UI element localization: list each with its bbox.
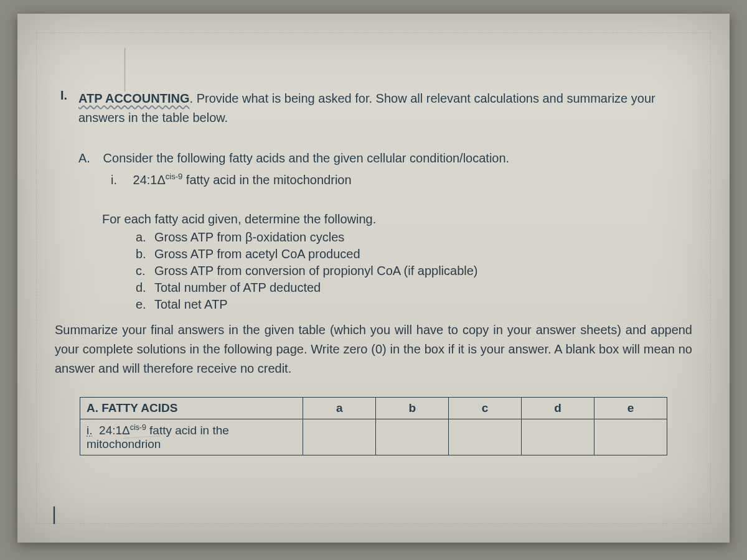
- fa-tail: fatty acid in the mitochondrion: [182, 173, 351, 187]
- cell-b: [376, 419, 449, 455]
- label-c: c.: [136, 264, 154, 278]
- cell-c: [449, 419, 522, 455]
- col-d: d: [522, 397, 594, 419]
- cell-e: [594, 419, 667, 455]
- text-b: Gross ATP from acetyl CoA produced: [154, 247, 360, 261]
- text-cursor: [54, 506, 55, 524]
- foreach-intro: For each fatty acid given, determine the…: [102, 212, 705, 226]
- document-page: I. ATP ACCOUNTING. Provide what is being…: [17, 14, 730, 543]
- fa-base: 24:1Δ: [133, 173, 166, 187]
- item-a: a.Gross ATP from β-oxidation cycles: [136, 230, 705, 245]
- item-d: d.Total number of ATP deducted: [136, 281, 705, 295]
- item-b: b.Gross ATP from acetyl CoA produced: [136, 247, 705, 261]
- row-i-marker: i.: [87, 424, 93, 437]
- roman-numeral: I.: [42, 88, 67, 108]
- header-fatty-acids: A. FATTY ACIDS: [80, 397, 303, 419]
- item-A-i: i. 24:1Δcis-9 fatty acid in the mitochon…: [111, 172, 705, 187]
- heading-line2: answers in the table below.: [78, 111, 705, 125]
- heading-rest: . Provide what is being asked for. Show …: [190, 91, 655, 105]
- label-e: e.: [136, 297, 154, 312]
- cell-a: [303, 419, 376, 455]
- summary-paragraph: Summarize your final answers in the give…: [55, 320, 692, 378]
- label-d: d.: [136, 281, 154, 295]
- text-c: Gross ATP from conversion of propionyl C…: [154, 264, 478, 278]
- label-A-i: i.: [111, 173, 129, 187]
- item-e: e.Total net ATP: [136, 297, 705, 312]
- fa-superscript: cis-9: [166, 172, 182, 181]
- answer-table: A. FATTY ACIDS a b c d e i. 24:1Δcis-9 f…: [80, 397, 667, 455]
- cell-d: [522, 419, 594, 455]
- label-a: a.: [136, 230, 154, 245]
- col-c: c: [449, 397, 522, 419]
- text-A: Consider the following fatty acids and t…: [103, 151, 510, 165]
- text-e: Total net ATP: [154, 297, 227, 311]
- col-a: a: [303, 397, 376, 419]
- text-d: Total number of ATP deducted: [154, 281, 321, 294]
- heading-text: ATP ACCOUNTING. Provide what is being as…: [78, 88, 655, 108]
- col-e: e: [594, 397, 667, 419]
- fatty-acid-notation: 24:1Δcis-9 fatty acid in the mitochondri…: [133, 173, 352, 187]
- row-i-label: i. 24:1Δcis-9 fatty acid in the mitochon…: [80, 419, 303, 455]
- col-b: b: [376, 397, 449, 419]
- table-row: i. 24:1Δcis-9 fatty acid in the mitochon…: [80, 419, 667, 455]
- item-c: c.Gross ATP from conversion of propionyl…: [136, 264, 705, 278]
- text-a: Gross ATP from β-oxidation cycles: [154, 230, 344, 244]
- label-A: A.: [78, 151, 100, 166]
- label-b: b.: [136, 247, 154, 261]
- table-header-row: A. FATTY ACIDS a b c d e: [80, 397, 667, 419]
- heading-underlined: ATP ACCOUNTING: [78, 88, 190, 108]
- row-fa-sup: cis-9: [130, 423, 146, 432]
- section-I-heading: I. ATP ACCOUNTING. Provide what is being…: [42, 88, 705, 108]
- sub-items-list: a.Gross ATP from β-oxidation cycles b.Gr…: [136, 230, 705, 312]
- item-A: A. Consider the following fatty acids an…: [78, 151, 705, 166]
- row-fa-base: 24:1Δ: [99, 424, 130, 437]
